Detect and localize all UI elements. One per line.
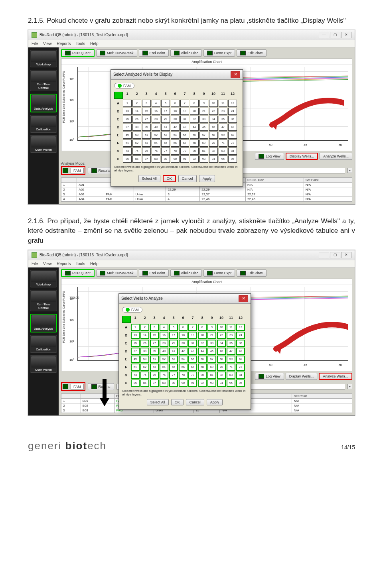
well-cell[interactable]: 73 bbox=[123, 147, 132, 155]
well-cell[interactable]: 79 bbox=[188, 372, 197, 379]
well-cell[interactable]: 31 bbox=[180, 116, 189, 123]
log-view-button[interactable]: Log View bbox=[255, 153, 284, 160]
well-cell[interactable]: 33 bbox=[207, 340, 216, 347]
well-cell[interactable]: 13 bbox=[123, 108, 132, 115]
well-cell[interactable]: 19 bbox=[180, 108, 189, 115]
well-cell[interactable]: 64 bbox=[152, 140, 160, 147]
well-cell[interactable]: 80 bbox=[198, 372, 207, 379]
well-cell[interactable]: 85 bbox=[131, 380, 140, 387]
well-cell[interactable]: 26 bbox=[132, 116, 141, 123]
well-cell[interactable]: 88 bbox=[152, 155, 160, 163]
well-cell[interactable]: 38 bbox=[132, 124, 141, 131]
well-cell[interactable]: 20 bbox=[198, 332, 207, 339]
well-cell[interactable]: 65 bbox=[169, 364, 178, 371]
well-cell[interactable]: 9 bbox=[207, 324, 216, 331]
menu-reports[interactable]: Reports bbox=[57, 41, 71, 46]
results-button[interactable]: Results bbox=[88, 167, 114, 174]
well-cell[interactable]: 84 bbox=[228, 147, 237, 155]
maximize-button[interactable]: ▢ bbox=[330, 252, 340, 258]
well-cell[interactable]: 59 bbox=[227, 356, 235, 363]
well-cell[interactable]: 15 bbox=[142, 108, 151, 115]
well-cell[interactable]: 42 bbox=[171, 124, 180, 131]
well-cell[interactable]: 92 bbox=[190, 155, 199, 163]
sidebar-item-workshop[interactable]: Workshop bbox=[30, 50, 57, 68]
well-cell[interactable]: 83 bbox=[219, 147, 227, 155]
well-cell[interactable]: 51 bbox=[142, 132, 151, 139]
well-cell[interactable]: 26 bbox=[140, 340, 149, 347]
well-cell[interactable]: 81 bbox=[199, 147, 208, 155]
dialog-close-icon[interactable]: ✕ bbox=[231, 71, 240, 78]
fam-indicator[interactable]: FAM bbox=[61, 166, 85, 175]
well-cell[interactable]: 58 bbox=[217, 356, 226, 363]
well-cell[interactable]: 60 bbox=[228, 132, 237, 139]
well-cell[interactable]: 94 bbox=[209, 155, 218, 163]
well-cell[interactable]: 93 bbox=[199, 155, 208, 163]
well-cell[interactable]: 24 bbox=[236, 332, 245, 339]
well-cell[interactable]: 88 bbox=[160, 380, 168, 387]
well-cell[interactable]: 39 bbox=[150, 348, 159, 355]
well-cell[interactable]: 89 bbox=[169, 380, 178, 387]
display-wells-button[interactable]: Display Wells... bbox=[286, 373, 317, 380]
well-cell[interactable]: 27 bbox=[150, 340, 159, 347]
well-cell[interactable]: 37 bbox=[123, 124, 132, 131]
well-cell[interactable]: 6 bbox=[179, 324, 188, 331]
well-cell[interactable]: 64 bbox=[160, 364, 168, 371]
well-cell[interactable]: 71 bbox=[227, 364, 235, 371]
cancel-button[interactable]: Cancel bbox=[186, 399, 204, 405]
well-cell[interactable]: 62 bbox=[132, 140, 141, 147]
well-cell[interactable]: 5 bbox=[169, 324, 178, 331]
well-cell[interactable]: 19 bbox=[188, 332, 197, 339]
sidebar-item-calibration[interactable]: Calibration bbox=[30, 115, 57, 133]
well-cell[interactable]: 20 bbox=[190, 108, 199, 115]
tab-end-point[interactable]: End Point bbox=[139, 49, 169, 57]
well-cell[interactable]: 2 bbox=[132, 100, 141, 107]
well-cell[interactable]: 39 bbox=[142, 124, 151, 131]
well-cell[interactable]: 51 bbox=[150, 356, 159, 363]
well-cell[interactable]: 70 bbox=[217, 364, 226, 371]
dropdown-icon[interactable]: ▾ bbox=[347, 168, 352, 173]
well-cell[interactable]: 76 bbox=[152, 147, 160, 155]
well-grid[interactable]: 123456789101112A123456789101112B13141516… bbox=[122, 316, 247, 387]
well-cell[interactable]: 37 bbox=[131, 348, 140, 355]
well-cell[interactable]: 86 bbox=[132, 155, 141, 163]
well-cell[interactable]: 15 bbox=[150, 332, 159, 339]
menu-help[interactable]: Help bbox=[90, 41, 99, 46]
well-cell[interactable]: 91 bbox=[180, 155, 189, 163]
well-cell[interactable]: 16 bbox=[152, 108, 160, 115]
well-cell[interactable]: 10 bbox=[209, 100, 218, 107]
well-cell[interactable]: 90 bbox=[179, 380, 188, 387]
well-cell[interactable]: 3 bbox=[150, 324, 159, 331]
select-all-button[interactable]: Select All bbox=[147, 399, 169, 405]
tab-pcr-quant[interactable]: PCR Quant bbox=[61, 49, 95, 57]
well-cell[interactable]: 72 bbox=[228, 140, 237, 147]
sidebar-item-calibration[interactable]: Calibration bbox=[30, 335, 57, 353]
well-cell[interactable]: 8 bbox=[190, 100, 199, 107]
well-cell[interactable]: 49 bbox=[131, 356, 140, 363]
dropdown-icon[interactable]: ▾ bbox=[347, 384, 352, 389]
well-cell[interactable]: 60 bbox=[236, 356, 245, 363]
well-cell[interactable]: 55 bbox=[180, 132, 189, 139]
well-cell[interactable]: 76 bbox=[160, 372, 168, 379]
well-cell[interactable]: 41 bbox=[169, 348, 178, 355]
well-cell[interactable]: 44 bbox=[198, 348, 207, 355]
log-view-button[interactable]: Log View bbox=[255, 373, 284, 380]
sidebar-item-data-analysis[interactable]: Data Analysis bbox=[30, 94, 57, 112]
menu-tools[interactable]: Tools bbox=[76, 262, 85, 266]
well-cell[interactable]: 45 bbox=[199, 124, 208, 131]
well-cell[interactable]: 82 bbox=[217, 372, 226, 379]
well-cell[interactable]: 94 bbox=[217, 380, 226, 387]
well-cell[interactable]: 45 bbox=[207, 348, 216, 355]
well-cell[interactable]: 46 bbox=[217, 348, 226, 355]
well-cell[interactable]: 38 bbox=[140, 348, 149, 355]
sidebar-item-runtime[interactable]: Run-Time Central bbox=[30, 290, 57, 311]
well-cell[interactable]: 89 bbox=[161, 155, 170, 163]
sidebar-item-user-profile[interactable]: User Profile bbox=[30, 355, 57, 373]
well-cell[interactable]: 7 bbox=[188, 324, 197, 331]
well-cell[interactable]: 54 bbox=[179, 356, 188, 363]
well-cell[interactable]: 4 bbox=[160, 324, 168, 331]
well-cell[interactable]: 36 bbox=[228, 116, 237, 123]
well-cell[interactable]: 57 bbox=[207, 356, 216, 363]
well-cell[interactable]: 4 bbox=[152, 100, 160, 107]
close-button[interactable]: ✕ bbox=[341, 32, 351, 38]
well-cell[interactable]: 91 bbox=[188, 380, 197, 387]
